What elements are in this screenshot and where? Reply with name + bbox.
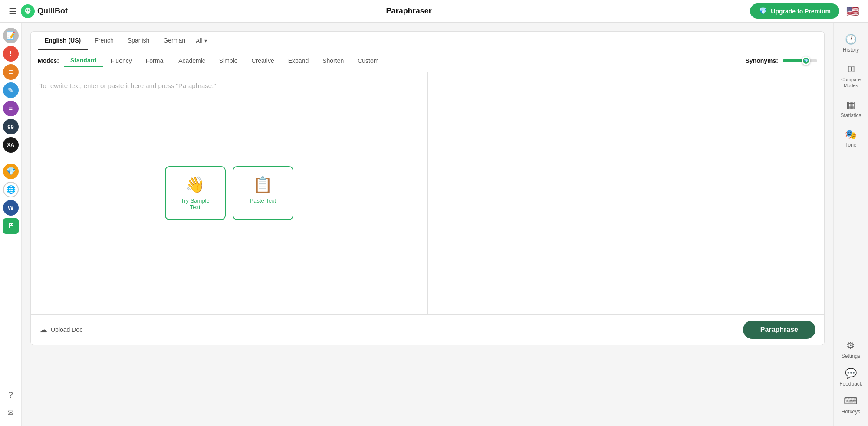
- sample-text-card[interactable]: 👋 Try Sample Text: [165, 166, 226, 220]
- lang-tab-french[interactable]: French: [88, 32, 121, 50]
- topbar: ☰ QuillBot Paraphraser 💎 Upgrade to Prem…: [0, 0, 868, 23]
- synonyms-label: Synonyms:: [746, 57, 778, 64]
- lang-tab-english[interactable]: English (US): [38, 32, 88, 50]
- statistics-icon: ▦: [846, 99, 855, 111]
- lang-tab-all[interactable]: All ▾: [192, 32, 210, 49]
- logo-icon: [21, 4, 35, 18]
- paste-text-label: Paste Text: [244, 197, 282, 204]
- compare-icon: ⊞: [847, 63, 855, 75]
- sidebar-icon-word[interactable]: W: [3, 200, 19, 216]
- feedback-icon: 💬: [845, 368, 857, 379]
- logo: QuillBot: [21, 4, 68, 18]
- upgrade-button[interactable]: 💎 Upgrade to Premium: [750, 3, 839, 19]
- mode-fluency[interactable]: Fluency: [105, 55, 138, 67]
- all-label: All: [196, 37, 203, 44]
- right-item-settings[interactable]: ⚙ Settings: [836, 336, 866, 364]
- upload-doc-button[interactable]: ☁ Upload Doc: [39, 325, 82, 334]
- compare-label: Compare Modes: [837, 76, 865, 89]
- wave-icon: 👋: [176, 176, 214, 194]
- page-title: Paraphraser: [386, 7, 432, 16]
- language-tabs: English (US) French Spanish German All ▾: [30, 31, 825, 50]
- sidebar-icon-chrome[interactable]: 🌐: [3, 182, 19, 197]
- hotkeys-icon: ⌨: [844, 396, 858, 407]
- editor-bottom: ☁ Upload Doc Paraphrase: [30, 315, 825, 345]
- modes-bar: Modes: Standard Fluency Formal Academic …: [30, 50, 825, 72]
- right-sidebar-bottom: ⚙ Settings 💬 Feedback ⌨ Hotkeys: [836, 328, 866, 419]
- mode-simple[interactable]: Simple: [213, 55, 244, 67]
- sidebar-divider-2: [4, 239, 17, 239]
- sidebar-icon-help[interactable]: ?: [3, 387, 19, 403]
- mode-custom[interactable]: Custom: [352, 55, 385, 67]
- layout: 📝 ! ≡ ✎ ≡ 99 XA 💎 🌐 W 🖥 ? ✉ English (US)…: [0, 0, 868, 426]
- chevron-down-icon: ▾: [204, 38, 207, 44]
- mode-shorten[interactable]: Shorten: [316, 55, 350, 67]
- history-label: History: [843, 47, 859, 53]
- main-content: English (US) French Spanish German All ▾…: [22, 23, 833, 426]
- sidebar-icon-citation[interactable]: ✎: [3, 82, 19, 98]
- mode-expand[interactable]: Expand: [282, 55, 315, 67]
- sidebar-icon-translate[interactable]: XA: [3, 137, 19, 153]
- right-item-history[interactable]: 🕐 History: [834, 29, 868, 57]
- topbar-right: 💎 Upgrade to Premium 🇺🇸: [750, 3, 859, 19]
- sidebar-icon-gem[interactable]: 💎: [3, 164, 19, 179]
- sidebar-icon-notes[interactable]: 📝: [3, 28, 19, 43]
- right-item-hotkeys[interactable]: ⌨ Hotkeys: [836, 391, 866, 419]
- right-divider: [836, 332, 862, 332]
- svg-point-3: [28, 9, 30, 11]
- slider-thumb[interactable]: 💎: [802, 56, 810, 65]
- sidebar-bottom: ? ✉: [3, 387, 19, 421]
- mode-academic[interactable]: Academic: [172, 55, 211, 67]
- sidebar-icon-screen[interactable]: 🖥: [3, 218, 19, 234]
- sample-text-label: Try Sample Text: [176, 197, 214, 210]
- sidebar-icon-mail[interactable]: ✉: [3, 405, 19, 421]
- mode-formal[interactable]: Formal: [140, 55, 171, 67]
- editor-actions: 👋 Try Sample Text 📋 Paste Text: [165, 166, 293, 220]
- svg-rect-1: [26, 12, 29, 14]
- right-item-feedback[interactable]: 💬 Feedback: [836, 364, 866, 391]
- editor-left: To rewrite text, enter or paste it here …: [31, 72, 428, 314]
- paste-text-card[interactable]: 📋 Paste Text: [233, 166, 293, 220]
- settings-label: Settings: [842, 353, 860, 359]
- editor-right: [428, 72, 825, 314]
- menu-icon[interactable]: ☰: [9, 6, 16, 16]
- modes-label: Modes:: [38, 57, 59, 64]
- left-sidebar: 📝 ! ≡ ✎ ≡ 99 XA 💎 🌐 W 🖥 ? ✉: [0, 23, 22, 426]
- statistics-label: Statistics: [840, 112, 861, 118]
- sidebar-icon-summarize[interactable]: ≡: [3, 64, 19, 80]
- upload-icon: ☁: [39, 325, 47, 334]
- lang-tab-german[interactable]: German: [156, 32, 192, 50]
- history-icon: 🕐: [845, 34, 857, 45]
- right-item-statistics[interactable]: ▦ Statistics: [834, 95, 868, 123]
- logo-text: QuillBot: [37, 7, 68, 16]
- sidebar-icon-text[interactable]: ≡: [3, 101, 19, 116]
- svg-point-2: [26, 9, 27, 11]
- upgrade-label: Upgrade to Premium: [771, 8, 831, 15]
- thumb-diamond-icon: 💎: [804, 59, 809, 63]
- editor-wrapper: To rewrite text, enter or paste it here …: [30, 72, 825, 315]
- feedback-label: Feedback: [839, 381, 862, 387]
- sidebar-icon-grammar[interactable]: !: [3, 46, 19, 62]
- settings-icon: ⚙: [846, 340, 855, 351]
- tone-icon: 🎭: [845, 129, 857, 140]
- right-sidebar: 🕐 History ⊞ Compare Modes ▦ Statistics 🎭…: [833, 23, 868, 426]
- hotkeys-label: Hotkeys: [842, 409, 860, 415]
- topbar-left: ☰ QuillBot: [9, 4, 68, 18]
- paraphrase-button[interactable]: Paraphrase: [743, 321, 815, 339]
- upload-label: Upload Doc: [51, 326, 82, 333]
- sidebar-divider: [4, 158, 17, 158]
- mode-standard[interactable]: Standard: [64, 54, 103, 67]
- synonyms-slider[interactable]: 💎: [783, 59, 817, 62]
- right-item-compare[interactable]: ⊞ Compare Modes: [834, 59, 868, 93]
- svg-point-0: [25, 7, 31, 13]
- lang-tab-spanish[interactable]: Spanish: [121, 32, 157, 50]
- clipboard-icon: 📋: [244, 176, 282, 194]
- mode-creative[interactable]: Creative: [246, 55, 280, 67]
- synonyms-section: Synonyms: 💎: [746, 57, 817, 64]
- editor-placeholder[interactable]: To rewrite text, enter or paste it here …: [39, 81, 419, 91]
- right-item-tone[interactable]: 🎭 Tone: [834, 125, 868, 152]
- diamond-icon: 💎: [759, 7, 767, 15]
- tone-label: Tone: [845, 142, 856, 148]
- sidebar-icon-quote[interactable]: 99: [3, 119, 19, 134]
- flag-icon[interactable]: 🇺🇸: [846, 5, 859, 17]
